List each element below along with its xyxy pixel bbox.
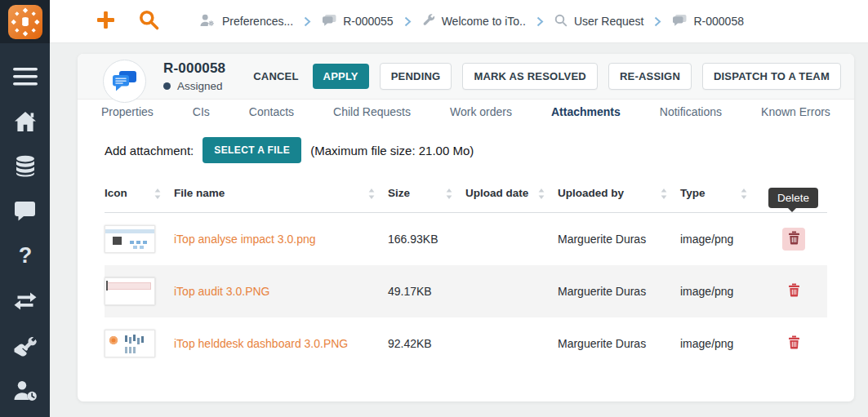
tab-work-orders[interactable]: Work orders bbox=[430, 100, 532, 125]
topbar: Preferences...R-000055Welcome to iTo..Us… bbox=[50, 0, 868, 43]
chevron-right-icon bbox=[654, 16, 661, 27]
menu-icon bbox=[13, 68, 38, 88]
sort-icon[interactable] bbox=[538, 189, 545, 202]
object-card-header: R-000058 Assigned CANCELAPPLYPENDINGMARK… bbox=[78, 54, 854, 100]
mark-as-resolved-button[interactable]: MARK AS RESOLVED bbox=[462, 63, 598, 90]
plus-icon bbox=[96, 10, 116, 33]
sidebar: ? bbox=[0, 0, 50, 417]
attachment-thumbnail[interactable] bbox=[105, 330, 155, 357]
search-icon bbox=[138, 9, 160, 33]
column-header-upload-date: Upload date bbox=[465, 177, 558, 213]
header-actions: CANCELAPPLYPENDINGMARK AS RESOLVEDRE-ASS… bbox=[250, 63, 841, 90]
delete-button[interactable] bbox=[782, 228, 805, 251]
table-row: iTop analyse impact 3.0.png166.93KBMargu… bbox=[105, 213, 827, 265]
home-icon bbox=[14, 111, 37, 135]
pending-button[interactable]: PENDING bbox=[380, 63, 452, 90]
svg-text:?: ? bbox=[18, 245, 32, 268]
sidebar-item-home[interactable] bbox=[9, 111, 42, 134]
uploaded-by: Marguerite Duras bbox=[558, 213, 680, 265]
tab-child-requests[interactable]: Child Requests bbox=[314, 100, 430, 125]
max-file-size-note: (Maximum file size: 21.00 Mo) bbox=[310, 144, 474, 157]
re-assign-button[interactable]: RE-ASSIGN bbox=[608, 63, 692, 90]
tab-known-errors[interactable]: Known Errors bbox=[741, 100, 850, 125]
quick-actions bbox=[89, 5, 176, 38]
column-header-size: Size bbox=[388, 177, 465, 213]
sort-icon[interactable] bbox=[368, 189, 375, 202]
tab-notifications[interactable]: Notifications bbox=[640, 100, 741, 125]
title-block: R-000058 Assigned bbox=[163, 60, 225, 92]
user-gear-icon bbox=[200, 14, 216, 29]
sort-icon[interactable] bbox=[446, 189, 452, 202]
sidebar-item-configuration-items[interactable] bbox=[9, 156, 42, 179]
file-name-link[interactable]: iTop analyse impact 3.0.png bbox=[174, 233, 316, 246]
database-icon bbox=[15, 155, 36, 180]
object-card: R-000058 Assigned CANCELAPPLYPENDINGMARK… bbox=[78, 54, 854, 401]
attachment-thumbnail[interactable] bbox=[105, 225, 155, 253]
search-small-icon bbox=[554, 14, 568, 29]
cancel-button[interactable]: CANCEL bbox=[250, 64, 301, 89]
column-header-type: Type bbox=[680, 177, 760, 213]
column-header-icon: Icon bbox=[105, 177, 174, 213]
sidebar-item-menu-toggle[interactable] bbox=[9, 66, 42, 89]
transfer-icon bbox=[14, 291, 37, 313]
breadcrumb-item-welcome-to-ito[interactable]: Welcome to iTo.. bbox=[422, 14, 526, 29]
sidebar-item-ongoing-changes[interactable] bbox=[9, 335, 42, 358]
itop-logo[interactable] bbox=[0, 0, 50, 43]
status-badge: Assigned bbox=[177, 80, 223, 92]
tab-contacts[interactable]: Contacts bbox=[229, 100, 314, 125]
chevron-right-icon bbox=[404, 16, 412, 27]
user-clock-icon bbox=[13, 379, 38, 404]
avatar bbox=[103, 60, 146, 103]
upload-date bbox=[465, 317, 558, 370]
attachments-table: IconFile nameSizeUpload dateUploaded byT… bbox=[105, 177, 827, 370]
sort-icon[interactable] bbox=[154, 189, 161, 202]
file-name-link[interactable]: iTop audit 3.0.PNG bbox=[174, 285, 270, 298]
breadcrumb-item-user-request[interactable]: User Request bbox=[554, 14, 644, 29]
select-file-button[interactable]: SELECT A FILE bbox=[203, 137, 301, 163]
sidebar-item-user-sessions[interactable] bbox=[9, 380, 42, 403]
add-attachment-label: Add attachment: bbox=[105, 144, 194, 157]
sort-icon[interactable] bbox=[741, 189, 747, 202]
file-type: image/png bbox=[680, 213, 760, 265]
breadcrumb-item-preferences[interactable]: Preferences... bbox=[200, 14, 293, 29]
breadcrumb-item-r-000055[interactable]: R-000055 bbox=[322, 14, 394, 29]
sidebar-nav: ? bbox=[0, 43, 50, 403]
wrench-icon bbox=[422, 14, 435, 29]
sidebar-item-known-errors[interactable]: ? bbox=[9, 246, 42, 268]
new-object-button[interactable] bbox=[89, 5, 122, 38]
column-header-uploaded-by: Uploaded by bbox=[558, 177, 680, 213]
file-name-link[interactable]: iTop helddesk dashboard 3.0.PNG bbox=[174, 337, 348, 350]
sort-icon[interactable] bbox=[661, 189, 667, 202]
upload-date bbox=[465, 213, 558, 265]
chevron-right-icon bbox=[304, 16, 311, 27]
breadcrumb-item-r-000058[interactable]: R-000058 bbox=[672, 14, 744, 29]
dispatch-to-a-team-button[interactable]: DISPATCH TO A TEAM bbox=[702, 63, 841, 90]
sidebar-item-helpdesk[interactable] bbox=[9, 201, 42, 224]
page-title: R-000058 bbox=[163, 60, 225, 77]
uploaded-by: Marguerite Duras bbox=[558, 317, 680, 370]
itop-logo-icon bbox=[8, 5, 42, 39]
chat-bubble-icon bbox=[322, 14, 336, 29]
content-area: R-000058 Assigned CANCELAPPLYPENDINGMARK… bbox=[50, 43, 868, 417]
tab-attachments[interactable]: Attachments bbox=[532, 100, 640, 125]
attachment-thumbnail[interactable] bbox=[105, 277, 155, 305]
tab-properties[interactable]: Properties bbox=[82, 100, 173, 125]
sidebar-item-transfers[interactable] bbox=[9, 291, 42, 313]
delete-button[interactable] bbox=[782, 332, 805, 355]
delete-button[interactable] bbox=[782, 280, 805, 303]
global-search-button[interactable] bbox=[132, 5, 165, 38]
help-icon: ? bbox=[17, 245, 33, 270]
column-header-file-name: File name bbox=[174, 177, 388, 213]
tab-cis[interactable]: CIs bbox=[173, 100, 229, 125]
file-type: image/png bbox=[680, 265, 760, 317]
status-row: Assigned bbox=[163, 80, 225, 92]
file-size: 49.17KB bbox=[388, 265, 465, 317]
trash-icon bbox=[788, 283, 800, 299]
upload-date bbox=[465, 265, 558, 317]
attachments-panel: Add attachment: SELECT A FILE (Maximum f… bbox=[78, 125, 854, 401]
table-row: iTop audit 3.0.PNG49.17KBMarguerite Dura… bbox=[105, 265, 827, 317]
chat-bubble-icon bbox=[672, 14, 687, 29]
add-attachment-row: Add attachment: SELECT A FILE (Maximum f… bbox=[105, 137, 827, 163]
main-area: Preferences...R-000055Welcome to iTo..Us… bbox=[50, 0, 868, 417]
apply-button[interactable]: APPLY bbox=[313, 64, 369, 89]
